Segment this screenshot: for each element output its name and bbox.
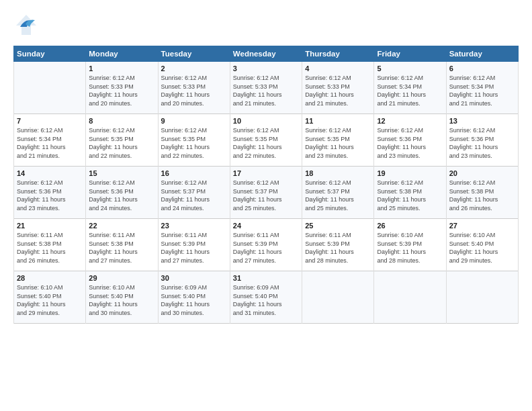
day-number: 13 xyxy=(449,117,515,125)
day-info: Sunrise: 6:12 AM Sunset: 5:35 PM Dayligh… xyxy=(89,126,154,160)
day-number: 22 xyxy=(89,222,154,230)
calendar-cell: 1Sunrise: 6:12 AM Sunset: 5:33 PM Daylig… xyxy=(86,62,158,114)
day-info: Sunrise: 6:12 AM Sunset: 5:34 PM Dayligh… xyxy=(17,126,83,160)
day-number: 25 xyxy=(305,222,371,230)
week-row-2: 7Sunrise: 6:12 AM Sunset: 5:34 PM Daylig… xyxy=(14,114,519,167)
calendar-cell: 6Sunrise: 6:12 AM Sunset: 5:34 PM Daylig… xyxy=(446,62,518,114)
calendar-cell: 26Sunrise: 6:10 AM Sunset: 5:39 PM Dayli… xyxy=(374,219,446,271)
day-info: Sunrise: 6:12 AM Sunset: 5:36 PM Dayligh… xyxy=(449,126,515,160)
day-number: 6 xyxy=(449,64,515,73)
calendar-cell: 4Sunrise: 6:12 AM Sunset: 5:33 PM Daylig… xyxy=(302,62,374,114)
week-row-4: 21Sunrise: 6:11 AM Sunset: 5:38 PM Dayli… xyxy=(14,219,519,271)
calendar-cell: 2Sunrise: 6:12 AM Sunset: 5:33 PM Daylig… xyxy=(158,62,230,114)
day-header-friday: Friday xyxy=(374,46,446,62)
day-number: 12 xyxy=(377,117,443,125)
calendar-cell: 5Sunrise: 6:12 AM Sunset: 5:34 PM Daylig… xyxy=(374,62,446,114)
day-info: Sunrise: 6:12 AM Sunset: 5:35 PM Dayligh… xyxy=(305,126,371,160)
calendar-cell: 3Sunrise: 6:12 AM Sunset: 5:33 PM Daylig… xyxy=(230,62,302,114)
day-info: Sunrise: 6:10 AM Sunset: 5:40 PM Dayligh… xyxy=(449,231,515,265)
day-number: 9 xyxy=(161,117,227,125)
day-info: Sunrise: 6:12 AM Sunset: 5:37 PM Dayligh… xyxy=(233,179,299,212)
day-number: 28 xyxy=(17,274,83,282)
calendar-cell: 22Sunrise: 6:11 AM Sunset: 5:38 PM Dayli… xyxy=(86,219,158,271)
calendar-cell: 20Sunrise: 6:12 AM Sunset: 5:38 PM Dayli… xyxy=(446,167,518,219)
day-number: 4 xyxy=(305,64,371,73)
calendar-cell: 29Sunrise: 6:10 AM Sunset: 5:40 PM Dayli… xyxy=(86,271,158,324)
calendar-cell: 10Sunrise: 6:12 AM Sunset: 5:35 PM Dayli… xyxy=(230,114,302,167)
day-number: 3 xyxy=(233,64,299,73)
day-number: 18 xyxy=(305,169,371,177)
day-number: 24 xyxy=(233,222,299,230)
week-row-1: 1Sunrise: 6:12 AM Sunset: 5:33 PM Daylig… xyxy=(14,62,519,114)
calendar-cell: 27Sunrise: 6:10 AM Sunset: 5:40 PM Dayli… xyxy=(446,219,518,271)
day-number: 15 xyxy=(89,169,154,177)
day-info: Sunrise: 6:11 AM Sunset: 5:38 PM Dayligh… xyxy=(89,231,154,265)
day-info: Sunrise: 6:12 AM Sunset: 5:33 PM Dayligh… xyxy=(233,74,299,107)
calendar-cell: 24Sunrise: 6:11 AM Sunset: 5:39 PM Dayli… xyxy=(230,219,302,271)
day-number: 29 xyxy=(89,274,154,282)
header xyxy=(13,12,519,40)
day-info: Sunrise: 6:12 AM Sunset: 5:33 PM Dayligh… xyxy=(161,74,227,107)
calendar-cell: 25Sunrise: 6:11 AM Sunset: 5:39 PM Dayli… xyxy=(302,219,374,271)
day-number: 27 xyxy=(449,222,515,230)
calendar-cell xyxy=(374,271,446,324)
week-row-3: 14Sunrise: 6:12 AM Sunset: 5:36 PM Dayli… xyxy=(14,167,519,219)
day-info: Sunrise: 6:12 AM Sunset: 5:37 PM Dayligh… xyxy=(305,179,371,212)
day-header-wednesday: Wednesday xyxy=(230,46,302,62)
day-info: Sunrise: 6:11 AM Sunset: 5:39 PM Dayligh… xyxy=(233,231,299,265)
calendar-cell xyxy=(302,271,374,324)
day-info: Sunrise: 6:12 AM Sunset: 5:36 PM Dayligh… xyxy=(17,179,83,212)
day-number: 20 xyxy=(449,169,515,177)
day-info: Sunrise: 6:12 AM Sunset: 5:35 PM Dayligh… xyxy=(233,126,299,160)
day-header-saturday: Saturday xyxy=(446,46,518,62)
day-info: Sunrise: 6:12 AM Sunset: 5:37 PM Dayligh… xyxy=(161,179,227,212)
day-info: Sunrise: 6:11 AM Sunset: 5:39 PM Dayligh… xyxy=(161,231,227,265)
calendar-cell: 14Sunrise: 6:12 AM Sunset: 5:36 PM Dayli… xyxy=(14,167,86,219)
day-number: 19 xyxy=(377,169,443,177)
day-info: Sunrise: 6:12 AM Sunset: 5:36 PM Dayligh… xyxy=(89,179,154,212)
calendar-cell: 9Sunrise: 6:12 AM Sunset: 5:35 PM Daylig… xyxy=(158,114,230,167)
calendar-cell: 19Sunrise: 6:12 AM Sunset: 5:38 PM Dayli… xyxy=(374,167,446,219)
day-number: 7 xyxy=(17,117,83,125)
logo-bird-icon xyxy=(13,12,39,40)
day-number: 11 xyxy=(305,117,371,125)
calendar-header: SundayMondayTuesdayWednesdayThursdayFrid… xyxy=(14,46,519,62)
day-info: Sunrise: 6:11 AM Sunset: 5:38 PM Dayligh… xyxy=(17,231,83,265)
day-number: 21 xyxy=(17,222,83,230)
calendar-cell: 17Sunrise: 6:12 AM Sunset: 5:37 PM Dayli… xyxy=(230,167,302,219)
calendar-cell: 21Sunrise: 6:11 AM Sunset: 5:38 PM Dayli… xyxy=(14,219,86,271)
day-info: Sunrise: 6:10 AM Sunset: 5:40 PM Dayligh… xyxy=(17,283,83,317)
calendar-cell: 12Sunrise: 6:12 AM Sunset: 5:36 PM Dayli… xyxy=(374,114,446,167)
day-info: Sunrise: 6:12 AM Sunset: 5:38 PM Dayligh… xyxy=(449,179,515,212)
calendar-cell: 8Sunrise: 6:12 AM Sunset: 5:35 PM Daylig… xyxy=(86,114,158,167)
day-header-sunday: Sunday xyxy=(14,46,86,62)
day-info: Sunrise: 6:12 AM Sunset: 5:34 PM Dayligh… xyxy=(449,74,515,107)
day-info: Sunrise: 6:11 AM Sunset: 5:39 PM Dayligh… xyxy=(305,231,371,265)
calendar-cell: 13Sunrise: 6:12 AM Sunset: 5:36 PM Dayli… xyxy=(446,114,518,167)
calendar-cell xyxy=(14,62,86,114)
logo xyxy=(13,12,43,40)
day-info: Sunrise: 6:10 AM Sunset: 5:39 PM Dayligh… xyxy=(377,231,443,265)
day-info: Sunrise: 6:12 AM Sunset: 5:38 PM Dayligh… xyxy=(377,179,443,212)
day-number: 23 xyxy=(161,222,227,230)
day-number: 5 xyxy=(377,64,443,73)
calendar-cell: 16Sunrise: 6:12 AM Sunset: 5:37 PM Dayli… xyxy=(158,167,230,219)
calendar-cell: 30Sunrise: 6:09 AM Sunset: 5:40 PM Dayli… xyxy=(158,271,230,324)
day-info: Sunrise: 6:12 AM Sunset: 5:33 PM Dayligh… xyxy=(305,74,371,107)
day-info: Sunrise: 6:12 AM Sunset: 5:35 PM Dayligh… xyxy=(161,126,227,160)
calendar-table: SundayMondayTuesdayWednesdayThursdayFrid… xyxy=(13,46,519,324)
day-info: Sunrise: 6:09 AM Sunset: 5:40 PM Dayligh… xyxy=(161,283,227,317)
calendar-cell: 31Sunrise: 6:09 AM Sunset: 5:40 PM Dayli… xyxy=(230,271,302,324)
day-number: 16 xyxy=(161,169,227,177)
calendar-cell: 15Sunrise: 6:12 AM Sunset: 5:36 PM Dayli… xyxy=(86,167,158,219)
day-info: Sunrise: 6:12 AM Sunset: 5:33 PM Dayligh… xyxy=(89,74,154,107)
calendar-cell: 18Sunrise: 6:12 AM Sunset: 5:37 PM Dayli… xyxy=(302,167,374,219)
calendar-cell xyxy=(446,271,518,324)
day-info: Sunrise: 6:12 AM Sunset: 5:34 PM Dayligh… xyxy=(377,74,443,107)
calendar-cell: 28Sunrise: 6:10 AM Sunset: 5:40 PM Dayli… xyxy=(14,271,86,324)
day-number: 10 xyxy=(233,117,299,125)
day-info: Sunrise: 6:09 AM Sunset: 5:40 PM Dayligh… xyxy=(233,283,299,317)
calendar-body: 1Sunrise: 6:12 AM Sunset: 5:33 PM Daylig… xyxy=(14,62,519,324)
day-number: 31 xyxy=(233,274,299,282)
day-number: 26 xyxy=(377,222,443,230)
